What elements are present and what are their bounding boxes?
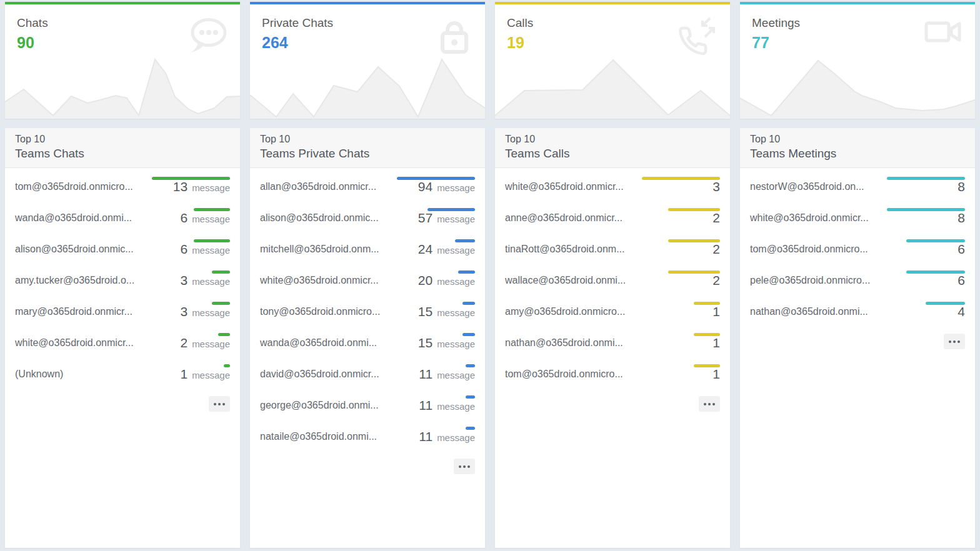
- list-item-unit: message: [437, 339, 475, 349]
- list-item-name: wanda@o365droid.onmi...: [15, 212, 132, 224]
- summary-card-value: 77: [752, 34, 769, 52]
- list-item-unit: message: [437, 182, 475, 193]
- list-item: amy@o365droid.onmicro... 1: [495, 293, 730, 324]
- list-item-value: 3: [180, 304, 188, 319]
- list-item: alison@o365droid.onmic... 6 message: [5, 231, 240, 262]
- summary-card-value: 90: [17, 34, 34, 52]
- list-item-name: tom@o365droid.onmicro...: [505, 369, 623, 380]
- top10-label: Top 10: [750, 134, 965, 145]
- list-item-value: 6: [180, 242, 188, 257]
- list-item: allan@o365droid.onmicr... 94 message: [250, 168, 485, 199]
- list-card-title: Teams Chats: [15, 147, 230, 161]
- list-item-unit: message: [437, 307, 475, 318]
- list-card-header: Top 10 Teams Meetings: [740, 128, 975, 168]
- list-item-value: 2: [712, 211, 720, 226]
- top10-label: Top 10: [505, 134, 720, 145]
- more-row: [740, 324, 975, 353]
- list-item: tony@o365droid.onmicro... 15 message: [250, 293, 485, 324]
- more-row: [5, 387, 240, 415]
- more-button[interactable]: [209, 396, 230, 412]
- list-item-name: tinaRott@o365droid.onm...: [505, 244, 624, 255]
- list-item-value: 11: [419, 367, 432, 382]
- list-item: nestorW@o365droid.on... 8: [740, 168, 975, 199]
- list-item-value: 24: [418, 242, 432, 257]
- list-item-unit: message: [437, 276, 475, 287]
- more-dots-icon: [214, 403, 216, 405]
- list-item-name: white@o365droid.onmicr...: [15, 337, 134, 349]
- list-item-name: nataile@o365droid.onmi...: [260, 431, 377, 442]
- summary-card-icon-slot: [674, 17, 718, 58]
- list-item-name: tom@o365droid.onmicro...: [750, 244, 868, 255]
- list-item-bar: [887, 208, 965, 211]
- list-item-name: alison@o365droid.onmic...: [260, 212, 379, 224]
- list-item-value: 6: [958, 273, 965, 288]
- summary-card-title: Chats: [17, 16, 48, 30]
- list-item-value: 6: [958, 242, 965, 257]
- list-item-value: 8: [958, 179, 965, 194]
- list-item-value: 15: [418, 304, 432, 319]
- list-card-title: Teams Private Chats: [260, 147, 475, 161]
- sparkline-chart: [495, 56, 730, 119]
- more-dots-icon: [704, 403, 706, 405]
- summary-card: Meetings 77: [740, 2, 975, 119]
- list-item: david@o365droid.onmicr... 11 message: [250, 355, 485, 387]
- list-item-value: 2: [712, 273, 720, 288]
- top10-label: Top 10: [260, 134, 475, 145]
- summary-card-value: 264: [262, 34, 288, 52]
- list-card-title: Teams Meetings: [750, 147, 965, 161]
- more-dots-icon: [459, 465, 461, 468]
- list-item: wanda@o365droid.onmi... 6 message: [5, 199, 240, 231]
- list-item-name: pele@o365droid.onmicro...: [750, 275, 870, 286]
- list-item-name: mary@o365droid.onmicr...: [15, 306, 132, 317]
- list-item-bar: [906, 271, 965, 274]
- list-item-name: tony@o365droid.onmicro...: [260, 306, 380, 317]
- list-card-header: Top 10 Teams Private Chats: [250, 128, 485, 168]
- list-item-unit: message: [437, 370, 475, 380]
- list-item-name: white@o365droid.onmicr...: [260, 275, 379, 286]
- sparkline-chart: [5, 56, 240, 119]
- list-item: mary@o365droid.onmicr... 3 message: [5, 293, 240, 324]
- top10-list-card: Top 10 Teams Meetings nestorW@o365droid.…: [740, 128, 975, 548]
- list-item-value: 11: [419, 398, 432, 413]
- list-item-unit: message: [437, 432, 475, 443]
- more-dots-icon: [949, 340, 951, 343]
- dashboard-grid: Chats 90: [0, 0, 980, 551]
- list-item: tom@o365droid.onmicro... 13 message: [5, 168, 240, 199]
- list-item-bar: [642, 177, 720, 180]
- summary-card-title: Calls: [507, 16, 533, 30]
- list-item-value: 3: [712, 179, 720, 194]
- list-item-unit: message: [437, 401, 475, 412]
- list-item-unit: message: [192, 339, 230, 349]
- list-item-name: george@o365droid.onmi...: [260, 400, 379, 411]
- summary-card: Calls 19: [495, 2, 730, 119]
- list-item: amy.tucker@o365droid.o... 3 message: [5, 262, 240, 293]
- list-item-value: 57: [418, 211, 432, 226]
- list-item-name: amy.tucker@o365droid.o...: [15, 275, 134, 286]
- list-item-bar: [887, 177, 965, 180]
- top10-label: Top 10: [15, 134, 230, 145]
- summary-card-value: 19: [507, 34, 524, 52]
- list-item-unit: message: [192, 276, 230, 287]
- summary-card: Private Chats 264: [250, 2, 485, 119]
- list-item-name: nathan@o365droid.onmi...: [750, 306, 868, 317]
- list-card-body: white@o365droid.onmicr... 3 anne@o365dro…: [495, 168, 730, 387]
- more-button[interactable]: [944, 334, 965, 349]
- list-item-value: 15: [418, 335, 432, 350]
- list-item-value: 3: [180, 273, 188, 288]
- list-item: nathan@o365droid.onmi... 1: [495, 324, 730, 355]
- summary-card-icon-slot: [429, 17, 472, 58]
- list-item-name: mitchell@o365droid.onm...: [260, 244, 379, 255]
- chat-bubble-icon: [186, 17, 228, 56]
- list-item-value: 11: [419, 429, 432, 444]
- list-item: tinaRott@o365droid.onm... 2: [495, 231, 730, 262]
- more-button[interactable]: [454, 459, 475, 474]
- list-item: alison@o365droid.onmic... 57 message: [250, 199, 485, 231]
- list-item: white@o365droid.onmicr... 2 message: [5, 324, 240, 355]
- list-item-name: allan@o365droid.onmicr...: [260, 181, 376, 192]
- list-item: white@o365droid.onmicr... 20 message: [250, 262, 485, 293]
- top10-list-card: Top 10 Teams Calls white@o365droid.onmic…: [495, 128, 730, 548]
- list-item-value: 13: [173, 179, 188, 194]
- list-card-title: Teams Calls: [505, 147, 720, 161]
- list-card-body: allan@o365droid.onmicr... 94 message ali…: [250, 168, 485, 449]
- more-button[interactable]: [699, 396, 720, 412]
